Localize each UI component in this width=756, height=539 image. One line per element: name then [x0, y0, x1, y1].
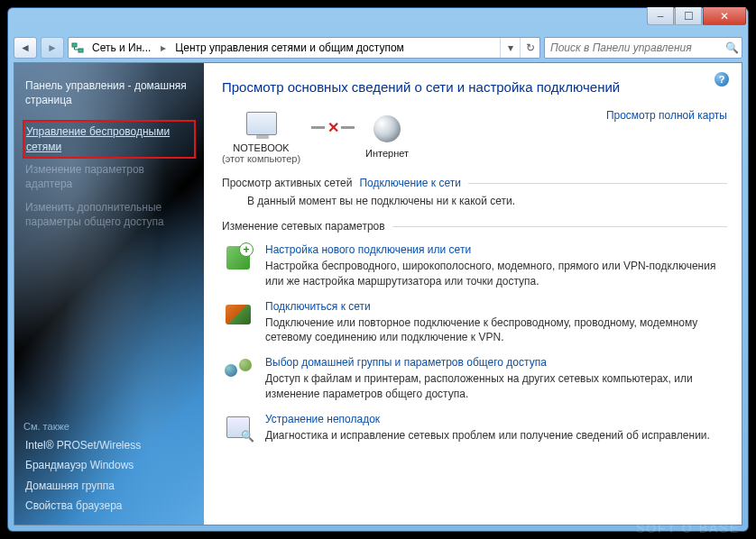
network-settings-header: Изменение сетевых параметров [222, 220, 385, 233]
see-also-browser[interactable]: Свойства браузера [23, 496, 195, 516]
svg-rect-0 [72, 43, 77, 47]
sidebar: Панель управления - домашняя страница Уп… [14, 63, 204, 525]
sidebar-adapter-link[interactable]: Изменение параметров адаптера [23, 158, 195, 196]
row-homegroup: Выбор домашней группы и параметров общег… [222, 356, 727, 402]
row-troubleshoot: Устранение неполадок Диагностика и испра… [222, 413, 727, 443]
titlebar: – ☐ ✕ [8, 8, 748, 33]
row-new-connection: Настройка нового подключения или сети На… [222, 243, 727, 289]
connection-line: ✕ [311, 126, 355, 129]
computer-icon [246, 112, 277, 135]
row-connect-link[interactable]: Подключиться к сети [265, 300, 727, 313]
node-this-pc: NOTEBOOK (этот компьютер) [222, 107, 300, 164]
address-dropdown[interactable]: ▾ [500, 38, 520, 58]
see-also: См. также Intel® PROSet/Wireless Брандма… [23, 421, 195, 516]
help-icon[interactable]: ? [715, 72, 729, 87]
search-input[interactable] [545, 41, 722, 54]
network-diagram: NOTEBOOK (этот компьютер) ✕ Интернет Про… [222, 107, 727, 164]
node-pc-label: NOTEBOOK [222, 142, 300, 153]
maximize-button[interactable]: ☐ [675, 7, 702, 25]
address-segment-2[interactable]: Центр управления сетями и общим доступом [170, 38, 410, 58]
setup-icon [226, 246, 250, 270]
back-button[interactable]: ◄ [14, 37, 37, 59]
connect-to-network-link[interactable]: Подключение к сети [359, 177, 460, 189]
active-networks-message: В данный момент вы не подключены ни к ка… [222, 189, 727, 207]
row-new-connection-link[interactable]: Настройка нового подключения или сети [265, 243, 727, 256]
node-internet-label: Интернет [365, 148, 409, 159]
network-settings-section: Изменение сетевых параметров Настройка н… [222, 220, 727, 443]
row-new-connection-desc: Настройка беспроводного, широкополосного… [265, 259, 727, 289]
toolbar: ◄ ► Сеть и Ин... ▸ Центр управления сетя… [14, 33, 742, 62]
page-title: Просмотр основных сведений о сети и наст… [222, 79, 727, 95]
see-also-title: См. также [23, 421, 195, 432]
node-pc-sublabel: (этот компьютер) [222, 153, 300, 164]
watermark: SOFT O BASE [636, 521, 740, 535]
active-networks-header: Просмотр активных сетей [222, 177, 352, 189]
see-also-intel[interactable]: Intel® PROSet/Wireless [23, 435, 195, 455]
window: – ☐ ✕ ◄ ► Сеть и Ин... ▸ Центр управлени… [7, 7, 749, 532]
address-segment-1[interactable]: Сеть и Ин... [87, 38, 157, 58]
sidebar-advanced-sharing-link[interactable]: Изменить дополнительные параметры общего… [23, 196, 195, 233]
close-button[interactable]: ✕ [703, 7, 746, 25]
connection-broken-icon: ✕ [325, 120, 341, 136]
sidebar-home-link[interactable]: Панель управления - домашняя страница [23, 74, 195, 112]
sidebar-wireless-link[interactable]: Управление беспроводными сетями [23, 121, 195, 157]
connect-icon [226, 305, 251, 324]
node-internet: Интернет [365, 113, 409, 159]
content: Панель управления - домашняя страница Уп… [14, 62, 742, 525]
svg-rect-1 [78, 49, 83, 52]
globe-icon [373, 115, 401, 142]
homegroup-icon [225, 359, 252, 382]
row-homegroup-link[interactable]: Выбор домашней группы и параметров общег… [265, 356, 727, 369]
refresh-button[interactable]: ↻ [520, 38, 539, 58]
search-icon[interactable]: 🔍 [722, 41, 742, 54]
see-also-firewall[interactable]: Брандмауэр Windows [23, 455, 195, 475]
search-box[interactable]: 🔍 [544, 37, 742, 59]
forward-button[interactable]: ► [41, 37, 64, 59]
active-networks-section: Просмотр активных сетей Подключение к се… [222, 177, 727, 207]
troubleshoot-icon [226, 416, 250, 438]
row-homegroup-desc: Доступ к файлам и принтерам, расположенн… [265, 371, 727, 402]
main-pane: ? Просмотр основных сведений о сети и на… [204, 63, 742, 525]
chevron-right-icon[interactable]: ▸ [157, 41, 170, 54]
see-also-homegroup[interactable]: Домашняя группа [23, 476, 195, 496]
network-icon [69, 41, 87, 54]
row-connect: Подключиться к сети Подключение или повт… [222, 300, 727, 346]
row-connect-desc: Подключение или повторное подключение к … [265, 315, 727, 346]
full-map-link[interactable]: Просмотр полной карты [606, 109, 727, 122]
address-bar[interactable]: Сеть и Ин... ▸ Центр управления сетями и… [68, 37, 540, 59]
row-troubleshoot-desc: Диагностика и исправление сетевых пробле… [265, 428, 727, 443]
minimize-button[interactable]: – [647, 7, 674, 25]
row-troubleshoot-link[interactable]: Устранение неполадок [265, 413, 727, 425]
